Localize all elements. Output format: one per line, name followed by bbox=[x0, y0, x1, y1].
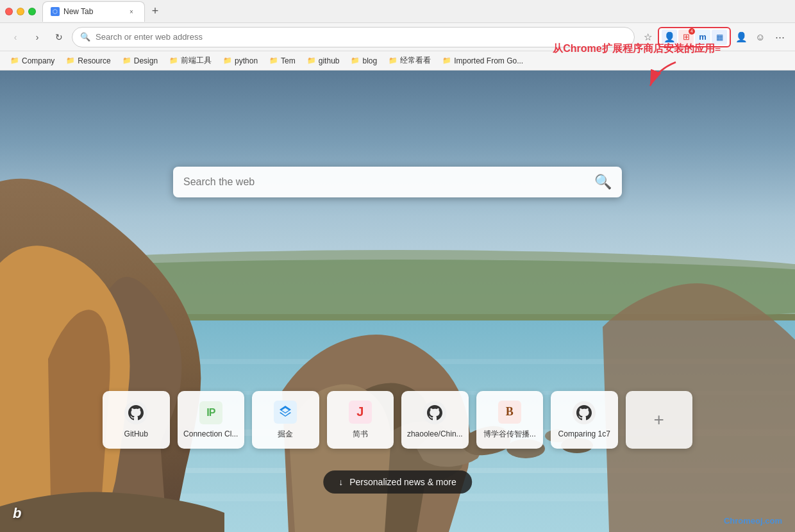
quick-link-label: zhaoolee/Chin... bbox=[407, 429, 463, 438]
quick-link-zhaoolee[interactable]: zhaoolee/Chin... bbox=[401, 391, 469, 449]
connection-icon: IP bbox=[199, 401, 222, 424]
quick-link-boxuegu[interactable]: B 博学谷传智播... bbox=[476, 391, 544, 449]
menu-icon: ⋯ bbox=[775, 31, 785, 43]
add-icon: + bbox=[654, 410, 664, 430]
traffic-lights bbox=[5, 8, 36, 15]
news-bar[interactable]: ↓ Personalized news & more bbox=[323, 470, 472, 494]
profile-ext-button[interactable]: 👤 bbox=[662, 29, 677, 45]
bookmark-label: Resource bbox=[78, 56, 110, 65]
maximize-window-button[interactable] bbox=[28, 8, 36, 15]
favorite-button[interactable]: ☆ bbox=[639, 28, 657, 46]
search-overlay: 🔍 bbox=[173, 167, 622, 197]
folder-icon: 📁 bbox=[307, 56, 316, 65]
comparing-icon bbox=[573, 401, 596, 424]
add-quick-link-button[interactable]: + bbox=[626, 391, 693, 449]
news-bar-label: Personalized news & more bbox=[349, 477, 456, 487]
quick-link-label: 掘金 bbox=[278, 429, 293, 440]
quick-link-connection[interactable]: IP Connection Cl... bbox=[178, 391, 245, 449]
quick-link-comparing[interactable]: Comparing 1c7 bbox=[551, 391, 618, 449]
star-icon: ☆ bbox=[644, 31, 652, 43]
folder-icon: 📁 bbox=[122, 56, 131, 65]
bookmark-label: Tem bbox=[281, 56, 296, 65]
quick-link-jianshu[interactable]: J 简书 bbox=[327, 391, 394, 449]
bookmark-label: Company bbox=[22, 56, 54, 65]
folder-icon: 📁 bbox=[389, 56, 398, 65]
boxuegu-icon: B bbox=[498, 401, 521, 424]
menu-button[interactable]: ⋯ bbox=[771, 28, 789, 46]
bookmark-label: 前端工具 bbox=[181, 55, 212, 66]
bookmark-label: Design bbox=[134, 56, 158, 65]
bookmark-label: python bbox=[235, 56, 258, 65]
forward-icon: › bbox=[36, 32, 39, 42]
meet-ext-button[interactable]: m bbox=[695, 29, 710, 45]
address-input[interactable] bbox=[96, 32, 626, 42]
bookmark-resource[interactable]: 📁 Resource bbox=[61, 54, 115, 67]
minimize-window-button[interactable] bbox=[17, 8, 24, 15]
folder-icon: 📁 bbox=[269, 56, 278, 65]
search-input[interactable] bbox=[183, 176, 588, 188]
forward-button[interactable]: › bbox=[28, 28, 46, 46]
ext-badge: 4 bbox=[689, 28, 695, 35]
folder-icon: 📁 bbox=[10, 56, 19, 65]
folder-icon: 📁 bbox=[442, 56, 451, 65]
nav-bar: ‹ › ↻ 🔍 ☆ 👤 ⊞ 4 m ▦ bbox=[0, 23, 795, 51]
address-search-icon: 🔍 bbox=[80, 32, 90, 42]
bookmark-imported[interactable]: 📁 Imported From Go... bbox=[437, 54, 528, 67]
back-button[interactable]: ‹ bbox=[6, 28, 24, 46]
quick-link-juejin[interactable]: 掘金 bbox=[252, 391, 319, 449]
quick-link-label: Comparing 1c7 bbox=[558, 429, 610, 438]
bookmarks-bar: 📁 Company 📁 Resource 📁 Design 📁 前端工具 📁 p… bbox=[0, 51, 795, 71]
bookmark-label: github bbox=[319, 56, 340, 65]
profile-ext-icon: 👤 bbox=[664, 31, 676, 43]
main-content: 🔍 GitHub IP Connection Cl... bbox=[0, 71, 795, 532]
bookmark-blog[interactable]: 📁 blog bbox=[346, 54, 382, 67]
folder-icon: 📁 bbox=[169, 56, 178, 65]
tab-close-button[interactable]: × bbox=[126, 6, 137, 17]
new-tab-button[interactable]: + bbox=[146, 3, 164, 21]
bookmark-label: Imported From Go... bbox=[454, 56, 523, 65]
refresh-icon: ↻ bbox=[55, 32, 63, 42]
search-button[interactable]: 🔍 bbox=[594, 174, 612, 190]
quick-link-label: GitHub bbox=[124, 429, 148, 438]
juejin-icon bbox=[274, 401, 297, 424]
jianshu-icon: J bbox=[349, 401, 372, 424]
refresh-button[interactable]: ↻ bbox=[50, 28, 68, 46]
back-icon: ‹ bbox=[14, 32, 17, 42]
emoji-button[interactable]: ☺ bbox=[751, 28, 769, 46]
docs-ext-button[interactable]: ▦ bbox=[712, 29, 727, 45]
folder-icon: 📁 bbox=[66, 56, 75, 65]
bookmark-github[interactable]: 📁 github bbox=[302, 54, 345, 67]
bookmark-python[interactable]: 📁 python bbox=[218, 54, 263, 67]
bookmark-label: 经常看看 bbox=[400, 55, 431, 66]
background-landscape bbox=[0, 71, 795, 532]
bing-wordmark: b bbox=[13, 505, 21, 521]
bookmark-frequent[interactable]: 📁 经常看看 bbox=[383, 53, 436, 68]
bookmark-design[interactable]: 📁 Design bbox=[117, 54, 163, 67]
extensions-area: 👤 ⊞ 4 m ▦ bbox=[658, 27, 731, 47]
close-window-button[interactable] bbox=[5, 8, 13, 15]
tab-bar: ⬡ New Tab × + bbox=[42, 1, 790, 22]
quick-link-label: 简书 bbox=[353, 429, 368, 440]
down-arrow-icon: ↓ bbox=[339, 477, 343, 487]
zhaoolee-icon bbox=[423, 401, 446, 424]
watermark: Chromeoj.com bbox=[724, 515, 782, 526]
emoji-icon: ☺ bbox=[755, 31, 765, 42]
quick-link-github[interactable]: GitHub bbox=[103, 391, 170, 449]
active-tab[interactable]: ⬡ New Tab × bbox=[42, 1, 145, 22]
docs-ext-icon: ▦ bbox=[716, 33, 723, 42]
watermark-text: Chromeoj.com bbox=[724, 516, 782, 526]
folder-icon: 📁 bbox=[223, 56, 232, 65]
profile-button[interactable]: 👤 bbox=[732, 28, 750, 46]
tab-title: New Tab bbox=[63, 7, 93, 16]
address-bar[interactable]: 🔍 bbox=[72, 27, 635, 47]
bookmark-tem[interactable]: 📁 Tem bbox=[264, 54, 301, 67]
github-icon bbox=[124, 401, 147, 424]
tab-favicon: ⬡ bbox=[51, 7, 60, 16]
grid-ext-button[interactable]: ⊞ 4 bbox=[678, 29, 694, 45]
bing-logo: b bbox=[13, 505, 21, 522]
bookmark-company[interactable]: 📁 Company bbox=[5, 54, 60, 67]
quick-link-label: 博学谷传智播... bbox=[483, 429, 536, 440]
title-bar: ⬡ New Tab × + bbox=[0, 0, 795, 23]
meet-ext-icon: m bbox=[699, 32, 707, 42]
bookmark-frontend[interactable]: 📁 前端工具 bbox=[164, 53, 217, 68]
